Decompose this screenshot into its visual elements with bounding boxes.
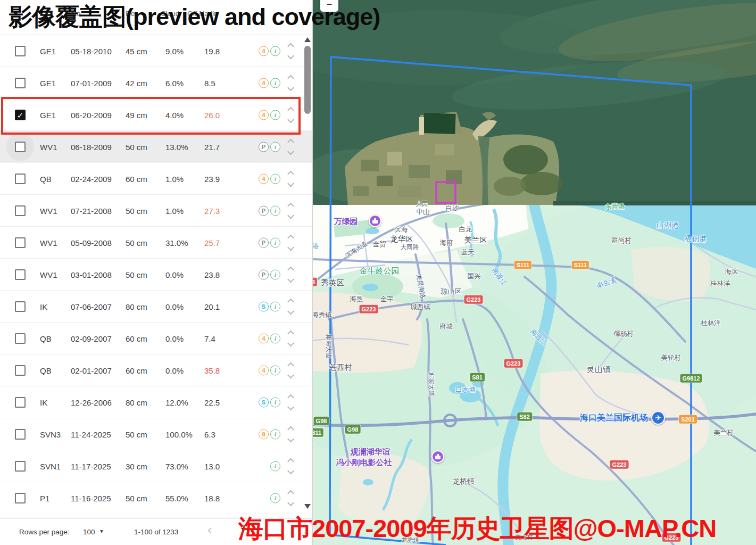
chevron-down-icon[interactable] [287,84,294,91]
table-row[interactable]: QB02-24-200960 cm1.0%23.94i [0,163,312,195]
row-checkbox[interactable] [15,461,26,472]
info-icon[interactable]: i [270,110,280,120]
cell-sat: WV1 [40,238,57,247]
chevron-up-icon[interactable] [287,266,294,273]
info-icon[interactable]: i [270,493,280,503]
chevron-up-icon[interactable] [287,362,294,369]
chevron-down-icon[interactable] [287,212,294,219]
table-row[interactable]: P111-16-202550 cm55.0%18.8i [0,482,312,514]
row-icons: i [259,493,280,503]
row-reorder [288,395,293,409]
row-checkbox[interactable] [15,46,26,56]
chevron-up-icon[interactable] [287,330,294,337]
chevron-down-icon[interactable] [287,148,294,155]
chevron-up-icon[interactable] [287,458,294,465]
band-P-icon: P [259,237,269,247]
table-row[interactable]: QB02-09-200760 cm0.0%7.44i [0,323,312,354]
chevron-up-icon[interactable] [287,43,294,49]
info-icon[interactable]: i [270,461,280,471]
chevron-up-icon[interactable] [287,202,294,209]
info-icon[interactable]: i [270,78,280,88]
prev-page-icon[interactable]: ‹ [207,522,212,538]
table-row[interactable]: WV103-01-200850 cm0.0%23.8Pi [0,259,312,291]
chevron-down-icon[interactable] [287,340,294,346]
band-S-icon: S [259,301,269,311]
table-row[interactable]: WV106-18-200950 cm13.0%21.7Pi [0,131,312,163]
chevron-up-icon[interactable] [287,106,294,113]
scrollbar-thumb[interactable] [304,46,311,114]
chevron-up-icon[interactable] [287,426,294,433]
cell-date: 12-26-2006 [71,398,112,407]
chevron-up-icon[interactable] [287,138,294,145]
table-row[interactable]: IK12-26-200680 cm12.0%22.5Si [0,386,312,418]
cell-sat: SVN3 [40,430,61,439]
table-row[interactable]: ✓GE106-20-200949 cm4.0%26.04i [0,99,312,131]
chevron-down-icon[interactable] [287,435,294,442]
table-row[interactable]: WV105-09-200850 cm31.0%25.7Pi [0,227,312,259]
chevron-up-icon[interactable] [287,394,294,401]
chevron-up-icon[interactable] [287,298,294,305]
chevron-down-icon[interactable] [287,52,294,59]
row-checkbox[interactable] [15,429,26,440]
table-row[interactable]: IK07-06-200780 cm0.0%20.1Si [0,291,312,323]
cell-cloud: 0.0% [165,270,184,279]
table-row[interactable]: GE107-01-200942 cm6.0%8.54i [0,67,312,99]
row-checkbox[interactable] [15,301,26,312]
chevron-down-icon[interactable] [287,499,294,506]
chevron-up-icon[interactable] [287,490,294,497]
row-checkbox[interactable] [15,397,26,408]
cell-res: 42 cm [126,78,147,87]
chevron-down-icon[interactable] [287,116,294,123]
info-icon[interactable]: i [270,269,280,279]
info-icon[interactable]: i [270,46,280,56]
chevron-down-icon[interactable] [287,467,294,474]
row-checkbox[interactable] [15,174,26,184]
chevron-down-icon[interactable] [287,308,294,315]
chevron-up-icon[interactable] [287,170,294,177]
chevron-down-icon[interactable] [287,180,294,187]
table-row[interactable]: QB02-01-200760 cm0.0%35.84i [0,354,312,386]
band-P-icon: P [259,142,269,152]
cell-offnadir: 21.7 [204,142,220,151]
row-checkbox[interactable] [15,237,26,248]
map-view[interactable]: 人民中山白沙万绿园滨海龙华区金贸大同路滨海大道海府白龙美兰区蓝天金牛岭公园秀英区… [313,0,756,545]
info-icon[interactable]: i [270,397,280,407]
cell-date: 07-01-2009 [71,78,112,87]
chevron-down-icon[interactable] [287,276,294,283]
info-icon[interactable]: i [270,429,280,439]
scroll-down-icon[interactable] [304,504,311,509]
info-icon[interactable]: i [270,333,280,343]
chevron-down-icon[interactable] [287,403,294,410]
row-checkbox[interactable]: ✓ [15,110,26,120]
scroll-up-icon[interactable] [304,37,311,42]
row-checkbox[interactable] [15,142,26,152]
info-icon[interactable]: i [270,301,280,311]
cell-sat: IK [40,398,47,407]
table-row[interactable]: SVN111-17-202530 cm73.0%13.0i [0,450,312,482]
row-checkbox[interactable] [15,493,26,503]
row-reorder [288,108,293,122]
info-icon[interactable]: i [270,205,280,216]
info-icon[interactable]: i [270,174,280,184]
info-icon[interactable]: i [270,365,280,375]
table-row[interactable]: SVN311-24-202550 cm100.0%6.38i [0,418,312,450]
row-checkbox[interactable] [15,365,26,376]
table-row[interactable]: GE105-18-201045 cm9.0%19.84i [0,35,312,67]
cell-sat: SVN1 [40,461,61,470]
chevron-down-icon[interactable] [287,244,294,251]
cell-cloud: 12.0% [165,398,188,407]
chevron-up-icon[interactable] [287,234,294,241]
caret-down-icon[interactable]: ▾ [100,527,103,535]
row-checkbox[interactable] [15,78,26,88]
row-icons: 4i [259,110,280,120]
row-checkbox[interactable] [15,205,26,216]
table-row[interactable]: WV107-21-200850 cm1.0%27.3Pi [0,195,312,227]
row-checkbox[interactable] [15,269,26,280]
row-checkbox[interactable] [15,333,26,344]
info-icon[interactable]: i [270,237,280,247]
rows-per-page-select[interactable]: 100 [83,528,95,536]
chevron-down-icon[interactable] [287,371,294,378]
scrollbar[interactable] [304,33,312,515]
chevron-up-icon[interactable] [287,75,294,81]
info-icon[interactable]: i [270,142,280,152]
